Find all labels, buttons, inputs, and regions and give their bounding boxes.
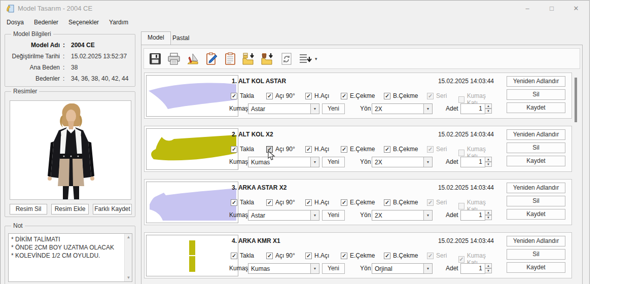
chevron-down-icon[interactable]: ▼ [310, 210, 319, 220]
kumas-combobox[interactable]: Kumas ▼ [248, 263, 319, 274]
yeni-button[interactable]: Yeni [322, 157, 345, 167]
checkbox-box-icon[interactable]: ✓ [384, 93, 390, 99]
checkbox-box-icon[interactable]: ✓ [341, 146, 347, 153]
kumas-combobox[interactable]: Kumas ▼ [248, 157, 319, 167]
checkbox-takla[interactable]: ✓Takla [231, 146, 254, 153]
sil-button[interactable]: Sil [507, 249, 565, 260]
adet-input[interactable]: 1 [460, 263, 485, 274]
edit-icon[interactable] [204, 52, 219, 66]
checkbox-box-icon[interactable]: ✓ [266, 199, 273, 206]
spinner-down-icon[interactable]: ▼ [485, 162, 492, 167]
checkbox-h-a[interactable]: ✓H.Açı [305, 92, 329, 99]
yeniden-adlandir-button[interactable]: Yeniden Adlandır [507, 183, 565, 193]
list-scrollbar[interactable] [575, 78, 577, 122]
checkbox-h-a[interactable]: ✓H.Açı [305, 252, 329, 259]
resim-sil-button[interactable]: Resim Sil [10, 204, 47, 215]
checkbox-box-icon[interactable]: ✓ [305, 146, 312, 153]
print-icon[interactable] [167, 52, 181, 66]
folder-delete-icon[interactable] [261, 52, 275, 66]
chevron-down-icon[interactable]: ▼ [310, 157, 319, 167]
checkbox-takla[interactable]: ✓Takla [231, 92, 254, 99]
checkbox-box-icon[interactable]: ✓ [231, 253, 237, 259]
checkbox-box-icon[interactable]: ✓ [266, 253, 273, 259]
yeni-button[interactable]: Yeni [322, 263, 345, 274]
chevron-down-icon[interactable]: ▼ [310, 264, 319, 273]
checkbox-h-a[interactable]: ✓H.Açı [305, 199, 329, 206]
checkbox-a-90[interactable]: ✓Açı 90° [266, 92, 295, 99]
sil-button[interactable]: Sil [507, 196, 565, 206]
checkbox-box-icon[interactable]: ✓ [305, 253, 312, 259]
chevron-down-icon[interactable]: ▼ [423, 264, 432, 273]
yeniden-adlandir-button[interactable]: Yeniden Adlandır [507, 76, 565, 87]
kumas-combobox[interactable]: Astar ▼ [248, 103, 319, 114]
yeni-button[interactable]: Yeni [322, 210, 345, 221]
menu-yardim[interactable]: Yardım [104, 17, 133, 29]
yon-combobox[interactable]: 2X ▼ [372, 210, 433, 221]
spinner-down-icon[interactable]: ▼ [485, 109, 492, 114]
checkbox-e-ekme[interactable]: ✓E.Çekme [341, 252, 375, 259]
spinner-up-icon[interactable]: ▲ [485, 210, 492, 215]
adet-input[interactable]: 1 [460, 103, 485, 114]
adet-input[interactable]: 1 [460, 157, 485, 167]
checkbox-box-icon[interactable]: ✓ [266, 93, 273, 99]
spinner-up-icon[interactable]: ▲ [485, 157, 492, 162]
chevron-down-icon[interactable]: ▼ [423, 104, 432, 114]
yon-combobox[interactable]: 2X ▼ [372, 157, 433, 167]
chevron-down-icon[interactable]: ▼ [423, 157, 432, 167]
scroll-up-icon[interactable]: ▲ [125, 234, 132, 241]
checkbox-b-ekme[interactable]: ✓B.Çekme [384, 92, 418, 99]
scroll-down-icon[interactable]: ▼ [125, 274, 132, 281]
refresh-icon[interactable] [279, 52, 294, 66]
clipboard-icon[interactable] [223, 52, 237, 66]
checkbox-a-90[interactable]: ✓Açı 90° [266, 252, 295, 259]
spinner-up-icon[interactable]: ▲ [485, 263, 492, 268]
checkbox-box-icon[interactable]: ✓ [384, 199, 390, 206]
checkbox-box-icon[interactable]: ✓ [384, 146, 390, 153]
spinner-down-icon[interactable]: ▼ [485, 215, 492, 220]
spinner-up-icon[interactable]: ▲ [485, 103, 492, 109]
spinner-down-icon[interactable]: ▼ [485, 268, 492, 273]
menu-bedenler[interactable]: Bedenler [29, 17, 63, 29]
checkbox-b-ekme[interactable]: ✓B.Çekme [384, 146, 418, 153]
checkbox-b-ekme[interactable]: ✓B.Çekme [384, 252, 418, 259]
yeni-button[interactable]: Yeni [322, 103, 345, 114]
chevron-down-icon[interactable]: ▼ [310, 104, 319, 114]
adet-input[interactable]: 1 [460, 210, 485, 221]
checkbox-box-icon[interactable]: ✓ [231, 93, 237, 99]
notes-textarea[interactable]: * DİKİM TALİMATI * ÖNDE 2CM BOY UZATMA O… [8, 233, 132, 282]
checkbox-h-a[interactable]: ✓H.Açı [305, 146, 329, 153]
minimize-icon[interactable]: – [516, 1, 539, 17]
save-icon[interactable] [148, 52, 162, 66]
yeniden-adlandir-button[interactable]: Yeniden Adlandır [507, 236, 565, 246]
checkbox-box-icon[interactable]: ✓ [305, 93, 312, 99]
toolbar-dropdown-caret-icon[interactable]: ▾ [315, 56, 317, 61]
checkbox-b-ekme[interactable]: ✓B.Çekme [384, 199, 418, 206]
menu-secenekler[interactable]: Seçenekler [63, 17, 104, 29]
sil-button[interactable]: Sil [507, 89, 565, 100]
resim-ekle-button[interactable]: Resim Ekle [51, 204, 89, 215]
checkbox-box-icon[interactable]: ✓ [341, 253, 347, 259]
checkbox-box-icon[interactable]: ✓ [384, 253, 390, 259]
checkbox-e-ekme[interactable]: ✓E.Çekme [341, 146, 375, 153]
checkbox-e-ekme[interactable]: ✓E.Çekme [341, 92, 375, 99]
checkbox-box-icon[interactable]: ✓ [341, 199, 347, 206]
tab-model[interactable]: Model [141, 31, 171, 45]
yeniden-adlandir-button[interactable]: Yeniden Adlandır [507, 129, 565, 140]
ruler-icon[interactable] [186, 52, 200, 66]
checkbox-box-icon[interactable]: ✓ [305, 199, 312, 206]
folder-import-icon[interactable] [242, 52, 256, 66]
list-dropdown-icon[interactable] [298, 52, 312, 66]
sil-button[interactable]: Sil [507, 143, 565, 153]
menu-dosya[interactable]: Dosya [2, 17, 29, 29]
yon-combobox[interactable]: 2X ▼ [372, 103, 433, 114]
checkbox-takla[interactable]: ✓Takla [231, 199, 254, 206]
checkbox-a-90[interactable]: ✓Açı 90° [266, 199, 295, 206]
checkbox-e-ekme[interactable]: ✓E.Çekme [341, 199, 375, 206]
notes-scrollbar[interactable]: ▲ ▼ [124, 234, 132, 281]
close-icon[interactable]: ✕ [564, 1, 588, 17]
checkbox-box-icon[interactable]: ✓ [231, 146, 237, 153]
chevron-down-icon[interactable]: ▼ [423, 210, 432, 220]
kumas-combobox[interactable]: Astar ▼ [248, 210, 319, 221]
checkbox-box-icon[interactable]: ✓ [341, 93, 347, 99]
checkbox-box-icon[interactable]: ✓ [231, 199, 237, 206]
